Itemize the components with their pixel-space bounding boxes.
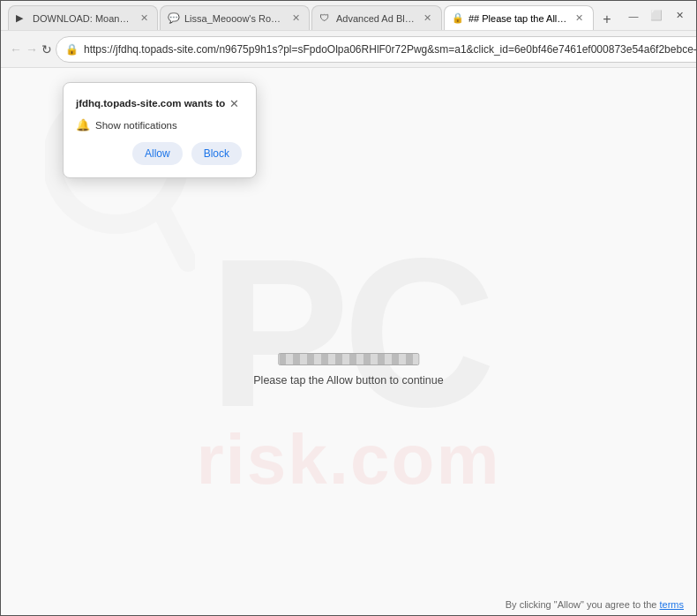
- window-controls: — ⬜ ✕: [624, 6, 689, 26]
- terms-link[interactable]: terms: [660, 599, 685, 610]
- notif-actions: Allow Block: [76, 142, 242, 165]
- tab-title-1: DOWNLOAD: Moana 2 (2024): [33, 13, 134, 24]
- block-button[interactable]: Block: [191, 142, 242, 165]
- svg-line-1: [161, 211, 188, 262]
- back-button[interactable]: ←: [10, 37, 22, 62]
- close-button[interactable]: ✕: [670, 6, 689, 26]
- tab-download-moana[interactable]: ▶ DOWNLOAD: Moana 2 (2024) ✕: [8, 5, 158, 30]
- tab-title-2: Lissa_Meooow's Room @ Chi...: [184, 13, 286, 24]
- footer-text: By clicking "Allow" you agree to the ter…: [506, 599, 684, 610]
- title-bar: ▶ DOWNLOAD: Moana 2 (2024) ✕ 💬 Lissa_Meo…: [1, 1, 696, 31]
- notif-domain-text: jfdhq.topads-site.com wants to: [76, 98, 225, 109]
- pc-watermark-text: PC: [208, 237, 488, 428]
- show-notifications-label: Show notifications: [95, 120, 177, 131]
- notif-close-button[interactable]: ✕: [226, 95, 242, 111]
- risk-watermark-text: risk.com: [196, 419, 500, 500]
- tab-strip: ▶ DOWNLOAD: Moana 2 (2024) ✕ 💬 Lissa_Meo…: [8, 1, 617, 30]
- tab-close-3[interactable]: ✕: [422, 12, 434, 25]
- tab-title-4: ## Please tap the Allow butto...: [468, 13, 570, 24]
- address-url: https://jfdhq.topads-site.com/n9675p9h1s…: [84, 43, 697, 56]
- progress-label: Please tap the Allow button to continue: [253, 374, 443, 387]
- refresh-button[interactable]: ↻: [41, 37, 52, 62]
- tab-ad-blocker[interactable]: 🛡 Advanced Ad Blocker ✕: [311, 5, 442, 30]
- tab-please-tap[interactable]: 🔒 ## Please tap the Allow butto... ✕: [444, 5, 594, 30]
- tab-favicon-3: 🛡: [319, 12, 332, 25]
- tab-title-3: Advanced Ad Blocker: [336, 13, 418, 24]
- restore-button[interactable]: ⬜: [647, 6, 666, 26]
- address-lock-icon: 🔒: [65, 43, 79, 56]
- nav-bar: ← → ↻ 🔒 https://jfdhq.topads-site.com/n9…: [1, 31, 696, 68]
- tab-close-2[interactable]: ✕: [289, 12, 302, 25]
- tab-lissa[interactable]: 💬 Lissa_Meooow's Room @ Chi... ✕: [160, 5, 310, 30]
- bell-icon: 🔔: [76, 118, 90, 131]
- progress-bar: [278, 353, 419, 365]
- page-content: PC risk.com jfdhq.topads-site.com wants …: [1, 68, 696, 616]
- notif-header: jfdhq.topads-site.com wants to ✕: [76, 95, 242, 111]
- tab-favicon-2: 💬: [168, 12, 180, 25]
- notification-popup: jfdhq.topads-site.com wants to ✕ 🔔 Show …: [63, 82, 257, 178]
- page-center-area: Please tap the Allow button to continue: [253, 353, 443, 387]
- new-tab-button[interactable]: +: [597, 9, 617, 30]
- tab-close-4[interactable]: ✕: [573, 12, 586, 25]
- address-bar[interactable]: 🔒 https://jfdhq.topads-site.com/n9675p9h…: [56, 36, 697, 63]
- progress-bar-fill: [279, 354, 418, 364]
- forward-button[interactable]: →: [26, 37, 38, 62]
- allow-button[interactable]: Allow: [132, 142, 183, 165]
- tab-favicon-1: ▶: [16, 12, 28, 25]
- footer-label: By clicking "Allow" you agree to the: [506, 599, 657, 610]
- notif-show-row: 🔔 Show notifications: [76, 118, 242, 131]
- tab-close-1[interactable]: ✕: [138, 12, 150, 25]
- minimize-button[interactable]: —: [624, 6, 643, 26]
- tab-favicon-4: 🔒: [452, 12, 464, 25]
